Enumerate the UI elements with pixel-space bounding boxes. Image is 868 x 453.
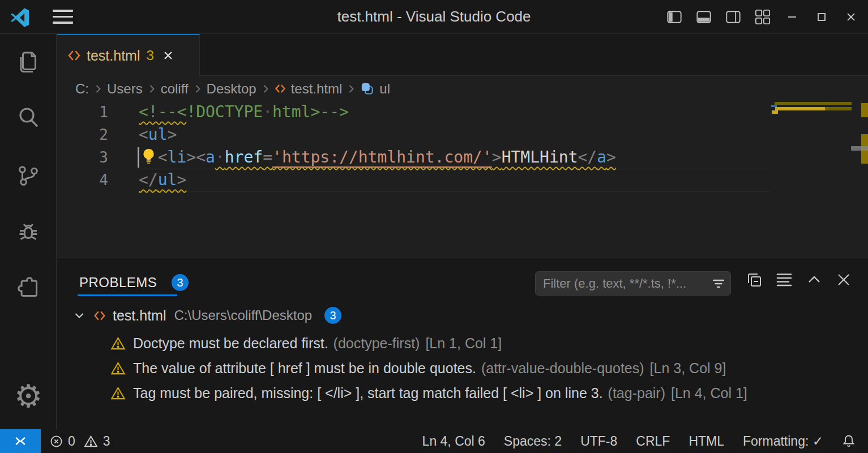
menu-hamburger-icon[interactable] [53, 10, 73, 24]
problem-rule: (tag-pair) [608, 385, 665, 401]
text-cursor [138, 147, 139, 168]
file-problems-badge: 3 [324, 307, 341, 324]
title-bar: test.html - Visual Studio Code [0, 0, 868, 34]
chevron-right-icon [194, 84, 202, 94]
code-line-1: 1 <!--<!DOCTYPE·html>--> [57, 101, 868, 123]
status-bar: 0 3 Ln 4, Col 6 Spaces: 2 UTF-8 CRLF HTM… [0, 429, 868, 453]
notifications-bell-icon[interactable] [842, 434, 856, 448]
warning-count: 3 [103, 434, 110, 449]
html-file-icon [67, 50, 81, 61]
run-debug-icon[interactable] [14, 218, 42, 246]
html-file-icon [275, 84, 286, 93]
warning-icon [110, 386, 126, 400]
chevron-right-icon [262, 84, 270, 94]
problem-row-3[interactable]: Tag must be paired, missing: [ </li> ], … [57, 381, 868, 405]
problem-rule: (attr-value-double-quotes) [481, 360, 644, 377]
chevron-right-icon [94, 84, 102, 94]
maximize-panel-icon[interactable] [806, 272, 822, 287]
problem-row-2[interactable]: The value of attribute [ href ] must be … [57, 356, 868, 381]
url-link[interactable]: 'https://htmlhint.com/' [272, 148, 492, 166]
tab-test-html[interactable]: test.html 3 [57, 34, 200, 76]
settings-gear-icon[interactable]: ⚙ [14, 382, 42, 411]
breadcrumb-symbol[interactable]: ul [379, 81, 390, 97]
chevron-right-icon [148, 84, 156, 94]
breadcrumb-drive[interactable]: C: [75, 81, 89, 97]
filter-input[interactable] [543, 276, 712, 291]
window-close-icon[interactable] [843, 9, 859, 25]
warning-icon [84, 435, 98, 448]
editor-content[interactable]: 1 <!--<!DOCTYPE·html>--> 2 <ul> 3 <li><a… [57, 101, 868, 258]
warning-icon [110, 336, 126, 351]
customize-layout-icon[interactable] [755, 9, 771, 25]
breadcrumb-users[interactable]: Users [107, 81, 143, 97]
line-number: 3 [57, 146, 139, 169]
problems-tab-label: PROBLEMS [79, 275, 157, 290]
error-icon [50, 435, 63, 448]
line-number: 1 [57, 101, 139, 123]
close-panel-icon[interactable] [836, 272, 851, 287]
html-file-icon [93, 310, 106, 321]
remote-icon [14, 435, 27, 447]
problem-row-1[interactable]: Doctype must be declared first. (doctype… [57, 331, 868, 356]
code-line-2: 2 <ul> [57, 123, 868, 146]
problem-message: The value of attribute [ href ] must be … [133, 360, 476, 377]
cursor-position[interactable]: Ln 4, Col 6 [422, 434, 485, 449]
search-icon[interactable] [14, 104, 42, 132]
source-control-icon[interactable] [14, 161, 42, 190]
window-minimize-icon[interactable] [784, 9, 800, 25]
tab-problems[interactable]: PROBLEMS 3 [79, 274, 189, 291]
warning-icon [110, 361, 126, 375]
problems-count-badge: 3 [172, 274, 189, 291]
line-number: 4 [57, 169, 139, 191]
vscode-logo-icon [10, 7, 30, 27]
chevron-down-icon[interactable] [73, 310, 85, 321]
breadcrumb-desktop[interactable]: Desktop [207, 81, 256, 97]
window-maximize-icon[interactable] [814, 9, 829, 25]
code-line-4: 4 </ul> [57, 169, 868, 191]
problem-location: [Ln 1, Col 1] [425, 335, 502, 352]
view-as-table-icon[interactable] [776, 272, 792, 287]
extensions-icon[interactable] [14, 273, 42, 302]
problem-location: [Ln 4, Col 1] [671, 385, 747, 401]
formatting-status[interactable]: Formatting: ✓ [743, 434, 823, 449]
symbol-element-icon [360, 82, 374, 96]
remote-indicator[interactable] [0, 429, 41, 453]
problem-location: [Ln 3, Col 9] [650, 360, 726, 377]
line-number: 2 [57, 123, 139, 146]
problem-message: Doctype must be declared first. [133, 335, 328, 352]
activity-bar: ⚙ [0, 35, 57, 429]
tab-close-icon[interactable] [163, 50, 173, 61]
chevron-right-icon [347, 84, 355, 94]
problems-panel: PROBLEMS 3 [57, 258, 868, 429]
explorer-icon[interactable] [14, 48, 42, 76]
problem-rule: (doctype-first) [333, 335, 420, 352]
breadcrumb-file[interactable]: test.html [291, 81, 343, 97]
problem-message: Tag must be paired, missing: [ </li> ], … [133, 385, 603, 401]
toggle-primary-sidebar-icon[interactable] [666, 9, 682, 25]
vscode-window: test.html - Visual Studio Code [0, 0, 868, 453]
tab-label: test.html [87, 48, 140, 64]
toggle-secondary-sidebar-icon[interactable] [725, 9, 741, 25]
file-name: test.html [113, 307, 166, 324]
problems-file-group[interactable]: test.html C:\Users\coliff\Desktop 3 [57, 302, 868, 328]
language-mode[interactable]: HTML [689, 434, 724, 449]
lightbulb-icon[interactable] [142, 148, 156, 164]
file-path: C:\Users\coliff\Desktop [174, 307, 312, 323]
problems-filter [535, 271, 731, 296]
breadcrumb-coliff[interactable]: coliff [161, 81, 189, 97]
breadcrumb: C: Users coliff Desktop test.html ul [57, 76, 868, 101]
tab-problems-count: 3 [146, 48, 153, 63]
eol-sequence[interactable]: CRLF [636, 434, 670, 449]
code-line-3: 3 <li><a·href='https://htmlhint.com/'>HT… [57, 146, 868, 169]
error-count: 0 [68, 434, 75, 449]
problems-summary[interactable]: 0 3 [50, 434, 110, 449]
editor-tab-bar: test.html 3 [57, 34, 868, 76]
active-tab-underline [78, 294, 177, 296]
toggle-panel-icon[interactable] [696, 9, 712, 25]
collapse-all-icon[interactable] [746, 272, 762, 288]
encoding[interactable]: UTF-8 [580, 434, 617, 449]
filter-icon[interactable] [712, 277, 725, 290]
indentation[interactable]: Spaces: 2 [504, 434, 562, 449]
